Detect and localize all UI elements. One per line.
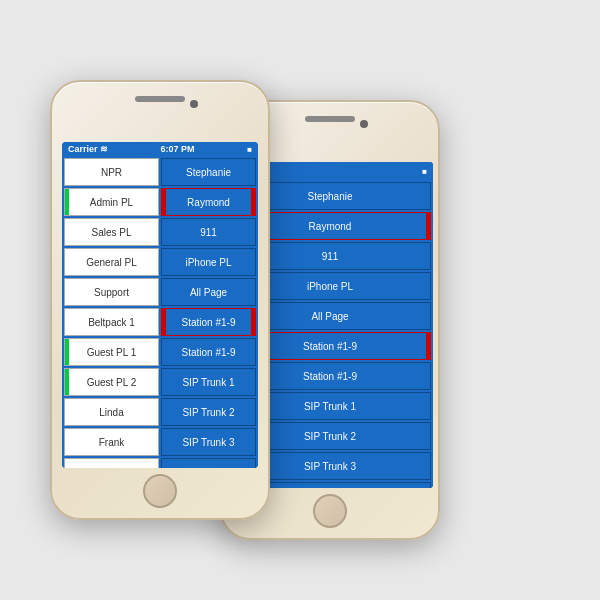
cell-guest-pl1[interactable]: Guest PL 1: [64, 338, 159, 366]
carrier-label: Carrier ≋: [68, 144, 108, 154]
speaker-right: [305, 116, 355, 122]
phones-container: Carrier ≋ 6:07 PM ■ NPR Stephanie Admin …: [20, 20, 580, 580]
cell-admin-pl[interactable]: Admin PL: [64, 188, 159, 216]
home-button-right[interactable]: [313, 494, 347, 528]
cell-station1-9a[interactable]: Station #1-9: [161, 308, 256, 336]
cell-support[interactable]: Support: [64, 278, 159, 306]
time-label-left: 6:07 PM: [161, 144, 195, 154]
cell-iphone-pl[interactable]: iPhone PL: [161, 248, 256, 276]
cell-sip-trunk1[interactable]: SIP Trunk 1: [161, 368, 256, 396]
status-bar-left: Carrier ≋ 6:07 PM ■: [62, 142, 258, 156]
cell-911[interactable]: 911: [161, 218, 256, 246]
home-button-left[interactable]: [143, 474, 177, 508]
cell-all-page[interactable]: All Page: [161, 278, 256, 306]
cell-george[interactable]: George: [64, 458, 159, 468]
screen-left: Carrier ≋ 6:07 PM ■ NPR Stephanie Admin …: [62, 142, 258, 468]
cell-npr[interactable]: NPR: [64, 158, 159, 186]
cell-stephanie[interactable]: Stephanie: [161, 158, 256, 186]
phone-left: Carrier ≋ 6:07 PM ■ NPR Stephanie Admin …: [50, 80, 270, 520]
cell-beltpack1[interactable]: Beltpack 1: [64, 308, 159, 336]
battery-right: ■: [422, 167, 427, 176]
grid-left: NPR Stephanie Admin PL Raymond Sales PL …: [62, 156, 258, 468]
cell-guest-pl2[interactable]: Guest PL 2: [64, 368, 159, 396]
cell-linda[interactable]: Linda: [64, 398, 159, 426]
cell-sip-trunk4[interactable]: SIP Trunk 4: [161, 458, 256, 468]
cell-sip-trunk2[interactable]: SIP Trunk 2: [161, 398, 256, 426]
camera-right: [360, 120, 368, 128]
cell-raymond[interactable]: Raymond: [161, 188, 256, 216]
battery-left: ■: [247, 145, 252, 154]
cell-sip-trunk3[interactable]: SIP Trunk 3: [161, 428, 256, 456]
cell-sales-pl[interactable]: Sales PL: [64, 218, 159, 246]
cell-general-pl[interactable]: General PL: [64, 248, 159, 276]
cell-frank[interactable]: Frank: [64, 428, 159, 456]
cell-station1-9b[interactable]: Station #1-9: [161, 338, 256, 366]
camera-left: [190, 100, 198, 108]
speaker-left: [135, 96, 185, 102]
